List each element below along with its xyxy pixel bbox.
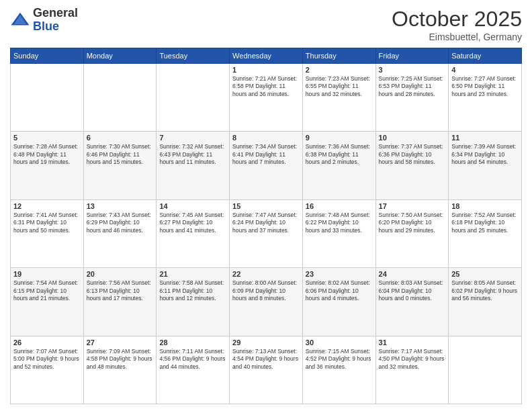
- calendar-cell: 16Sunrise: 7:48 AM Sunset: 6:22 PM Dayli…: [302, 199, 375, 267]
- calendar-cell: 6Sunrise: 7:30 AM Sunset: 6:46 PM Daylig…: [83, 132, 157, 199]
- day-number: 13: [87, 202, 154, 210]
- month-title: October 2025: [392, 7, 522, 32]
- day-number: 20: [87, 270, 154, 278]
- calendar-cell: 3Sunrise: 7:25 AM Sunset: 6:53 PM Daylig…: [375, 64, 449, 132]
- cell-content: Sunrise: 7:34 AM Sunset: 6:41 PM Dayligh…: [232, 143, 300, 166]
- week-row-5: 26Sunrise: 7:07 AM Sunset: 5:00 PM Dayli…: [11, 336, 522, 404]
- calendar-cell: 29Sunrise: 7:13 AM Sunset: 4:54 PM Dayli…: [230, 336, 303, 404]
- calendar-cell: [157, 64, 230, 132]
- weekday-header-friday: Friday: [375, 48, 449, 64]
- weekday-header-tuesday: Tuesday: [157, 48, 230, 64]
- cell-content: Sunrise: 7:13 AM Sunset: 4:54 PM Dayligh…: [232, 348, 300, 371]
- cell-content: Sunrise: 7:58 AM Sunset: 6:11 PM Dayligh…: [159, 279, 226, 302]
- cell-content: Sunrise: 7:48 AM Sunset: 6:22 PM Dayligh…: [306, 212, 373, 234]
- cell-content: Sunrise: 7:28 AM Sunset: 6:48 PM Dayligh…: [13, 143, 81, 166]
- cell-content: Sunrise: 7:43 AM Sunset: 6:29 PM Dayligh…: [87, 212, 154, 234]
- week-row-3: 12Sunrise: 7:41 AM Sunset: 6:31 PM Dayli…: [11, 199, 522, 267]
- cell-content: Sunrise: 7:23 AM Sunset: 6:55 PM Dayligh…: [306, 75, 373, 98]
- calendar-cell: 15Sunrise: 7:47 AM Sunset: 6:24 PM Dayli…: [230, 199, 303, 267]
- day-number: 28: [159, 338, 226, 347]
- calendar-cell: 5Sunrise: 7:28 AM Sunset: 6:48 PM Daylig…: [11, 132, 84, 199]
- weekday-header-wednesday: Wednesday: [230, 48, 303, 64]
- day-number: 6: [87, 134, 154, 142]
- calendar-cell: 20Sunrise: 7:56 AM Sunset: 6:13 PM Dayli…: [83, 268, 157, 336]
- weekday-header-thursday: Thursday: [302, 48, 375, 64]
- cell-content: Sunrise: 7:07 AM Sunset: 5:00 PM Dayligh…: [13, 348, 81, 371]
- cell-content: Sunrise: 7:15 AM Sunset: 4:52 PM Dayligh…: [306, 348, 373, 371]
- cell-content: Sunrise: 7:30 AM Sunset: 6:46 PM Dayligh…: [87, 143, 154, 166]
- calendar-cell: 31Sunrise: 7:17 AM Sunset: 4:50 PM Dayli…: [375, 336, 449, 404]
- day-number: 1: [232, 66, 300, 74]
- header: General Blue October 2025 Eimsbuettel, G…: [10, 7, 522, 42]
- logo-icon: [10, 10, 30, 30]
- week-row-4: 19Sunrise: 7:54 AM Sunset: 6:15 PM Dayli…: [11, 268, 522, 336]
- weekday-header-saturday: Saturday: [449, 48, 522, 64]
- cell-content: Sunrise: 8:02 AM Sunset: 6:06 PM Dayligh…: [306, 279, 373, 302]
- day-number: 25: [451, 270, 519, 278]
- calendar-cell: 11Sunrise: 7:39 AM Sunset: 6:34 PM Dayli…: [449, 132, 522, 199]
- calendar-cell: 14Sunrise: 7:45 AM Sunset: 6:27 PM Dayli…: [157, 199, 230, 267]
- cell-content: Sunrise: 7:39 AM Sunset: 6:34 PM Dayligh…: [451, 143, 519, 166]
- day-number: 2: [306, 66, 373, 74]
- calendar-cell: 12Sunrise: 7:41 AM Sunset: 6:31 PM Dayli…: [11, 199, 84, 267]
- day-number: 19: [13, 270, 81, 278]
- day-number: 31: [379, 338, 446, 347]
- cell-content: Sunrise: 7:17 AM Sunset: 4:50 PM Dayligh…: [379, 348, 446, 371]
- day-number: 18: [451, 202, 519, 210]
- day-number: 26: [13, 338, 81, 347]
- week-row-2: 5Sunrise: 7:28 AM Sunset: 6:48 PM Daylig…: [11, 132, 522, 199]
- calendar-cell: 17Sunrise: 7:50 AM Sunset: 6:20 PM Dayli…: [375, 199, 449, 267]
- calendar-cell: 24Sunrise: 8:03 AM Sunset: 6:04 PM Dayli…: [375, 268, 449, 336]
- title-area: October 2025 Eimsbuettel, Germany: [392, 7, 522, 42]
- weekday-header-monday: Monday: [83, 48, 157, 64]
- cell-content: Sunrise: 7:56 AM Sunset: 6:13 PM Dayligh…: [87, 279, 154, 302]
- day-number: 24: [379, 270, 446, 278]
- calendar-cell: 26Sunrise: 7:07 AM Sunset: 5:00 PM Dayli…: [11, 336, 84, 404]
- calendar-cell: [83, 64, 157, 132]
- cell-content: Sunrise: 7:11 AM Sunset: 4:56 PM Dayligh…: [159, 348, 226, 371]
- calendar-cell: [449, 336, 522, 404]
- day-number: 17: [379, 202, 446, 210]
- day-number: 22: [232, 270, 300, 278]
- calendar-cell: 10Sunrise: 7:37 AM Sunset: 6:36 PM Dayli…: [375, 132, 449, 199]
- cell-content: Sunrise: 8:05 AM Sunset: 6:02 PM Dayligh…: [451, 279, 519, 302]
- cell-content: Sunrise: 7:37 AM Sunset: 6:36 PM Dayligh…: [379, 143, 446, 166]
- calendar-cell: 19Sunrise: 7:54 AM Sunset: 6:15 PM Dayli…: [11, 268, 84, 336]
- day-number: 30: [306, 338, 373, 347]
- day-number: 3: [379, 66, 446, 74]
- calendar-cell: 23Sunrise: 8:02 AM Sunset: 6:06 PM Dayli…: [302, 268, 375, 336]
- day-number: 10: [379, 134, 446, 142]
- cell-content: Sunrise: 8:03 AM Sunset: 6:04 PM Dayligh…: [379, 279, 446, 302]
- calendar-cell: 1Sunrise: 7:21 AM Sunset: 6:58 PM Daylig…: [230, 64, 303, 132]
- calendar-cell: 9Sunrise: 7:36 AM Sunset: 6:38 PM Daylig…: [302, 132, 375, 199]
- cell-content: Sunrise: 7:45 AM Sunset: 6:27 PM Dayligh…: [159, 212, 226, 234]
- location: Eimsbuettel, Germany: [392, 32, 522, 42]
- day-number: 23: [306, 270, 373, 278]
- calendar-cell: 18Sunrise: 7:52 AM Sunset: 6:18 PM Dayli…: [449, 199, 522, 267]
- logo-general: General: [33, 6, 78, 19]
- cell-content: Sunrise: 8:00 AM Sunset: 6:09 PM Dayligh…: [232, 279, 300, 302]
- cell-content: Sunrise: 7:25 AM Sunset: 6:53 PM Dayligh…: [379, 75, 446, 98]
- day-number: 7: [159, 134, 226, 142]
- cell-content: Sunrise: 7:36 AM Sunset: 6:38 PM Dayligh…: [306, 143, 373, 166]
- calendar-cell: 27Sunrise: 7:09 AM Sunset: 4:58 PM Dayli…: [83, 336, 157, 404]
- cell-content: Sunrise: 7:21 AM Sunset: 6:58 PM Dayligh…: [232, 75, 300, 98]
- cell-content: Sunrise: 7:50 AM Sunset: 6:20 PM Dayligh…: [379, 212, 446, 234]
- calendar-cell: 13Sunrise: 7:43 AM Sunset: 6:29 PM Dayli…: [83, 199, 157, 267]
- calendar-cell: 21Sunrise: 7:58 AM Sunset: 6:11 PM Dayli…: [157, 268, 230, 336]
- calendar-cell: 28Sunrise: 7:11 AM Sunset: 4:56 PM Dayli…: [157, 336, 230, 404]
- calendar-cell: 2Sunrise: 7:23 AM Sunset: 6:55 PM Daylig…: [302, 64, 375, 132]
- day-number: 11: [451, 134, 519, 142]
- day-number: 8: [232, 134, 300, 142]
- logo: General Blue: [10, 7, 78, 34]
- calendar: SundayMondayTuesdayWednesdayThursdayFrid…: [10, 48, 522, 404]
- day-number: 21: [159, 270, 226, 278]
- weekday-header-row: SundayMondayTuesdayWednesdayThursdayFrid…: [11, 48, 522, 64]
- calendar-cell: 22Sunrise: 8:00 AM Sunset: 6:09 PM Dayli…: [230, 268, 303, 336]
- cell-content: Sunrise: 7:54 AM Sunset: 6:15 PM Dayligh…: [13, 279, 81, 302]
- day-number: 9: [306, 134, 373, 142]
- calendar-cell: 25Sunrise: 8:05 AM Sunset: 6:02 PM Dayli…: [449, 268, 522, 336]
- cell-content: Sunrise: 7:47 AM Sunset: 6:24 PM Dayligh…: [232, 212, 300, 234]
- cell-content: Sunrise: 7:27 AM Sunset: 6:50 PM Dayligh…: [451, 75, 519, 98]
- cell-content: Sunrise: 7:41 AM Sunset: 6:31 PM Dayligh…: [13, 212, 81, 234]
